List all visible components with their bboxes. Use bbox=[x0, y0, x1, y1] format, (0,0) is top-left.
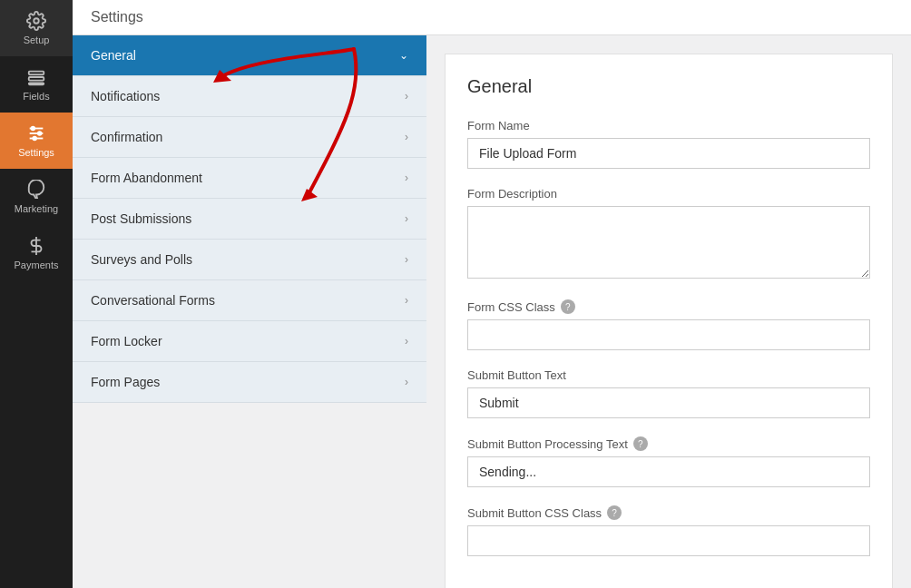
sidebar: Setup Fields Settings Marketing Paym bbox=[0, 0, 73, 588]
sidebar-item-setup[interactable]: Setup bbox=[0, 0, 73, 56]
nav-conversational-forms-label: Conversational Forms bbox=[91, 293, 215, 308]
submit-button-processing-label: Submit Button Processing Text ? bbox=[467, 436, 870, 451]
sidebar-setup-label: Setup bbox=[24, 34, 50, 45]
submit-button-text-group: Submit Button Text bbox=[467, 368, 870, 418]
submit-button-css-input[interactable] bbox=[467, 525, 870, 556]
svg-point-7 bbox=[32, 127, 35, 131]
settings-panel: General Form Name Form Description bbox=[426, 35, 911, 588]
page-header: Settings bbox=[73, 0, 911, 35]
sliders-icon bbox=[26, 123, 46, 143]
header-title: Settings bbox=[91, 9, 143, 24]
fields-icon bbox=[26, 67, 46, 87]
nav-confirmation-label: Confirmation bbox=[91, 130, 162, 144]
nav-item-form-abandonment[interactable]: Form Abandonment › bbox=[73, 158, 426, 199]
submit-processing-help-icon[interactable]: ? bbox=[633, 436, 648, 451]
svg-point-9 bbox=[33, 137, 36, 141]
chevron-right-icon: › bbox=[405, 294, 408, 307]
nav-post-submissions-label: Post Submissions bbox=[91, 211, 191, 226]
sidebar-marketing-label: Marketing bbox=[15, 203, 58, 214]
sidebar-item-payments[interactable]: Payments bbox=[0, 225, 73, 281]
sidebar-fields-label: Fields bbox=[23, 91, 49, 102]
form-css-class-label: Form CSS Class ? bbox=[467, 299, 870, 314]
nav-item-confirmation[interactable]: Confirmation › bbox=[73, 117, 426, 158]
gear-icon bbox=[26, 11, 46, 31]
svg-rect-2 bbox=[29, 77, 44, 81]
sidebar-payments-label: Payments bbox=[15, 260, 59, 270]
form-css-class-group: Form CSS Class ? bbox=[467, 299, 870, 350]
dollar-icon bbox=[26, 236, 46, 256]
nav-general-label: General bbox=[91, 48, 136, 63]
submit-button-css-group: Submit Button CSS Class ? bbox=[467, 505, 870, 556]
nav-notifications-label: Notifications bbox=[91, 89, 160, 103]
chevron-right-icon: › bbox=[405, 131, 408, 143]
nav-form-abandonment-label: Form Abandonment bbox=[91, 171, 202, 185]
chevron-right-icon: › bbox=[405, 90, 408, 103]
submit-button-text-label: Submit Button Text bbox=[467, 368, 870, 382]
main-content: Settings General ⌄ Notification bbox=[73, 0, 911, 588]
settings-card: General Form Name Form Description bbox=[445, 54, 893, 588]
submit-button-processing-input[interactable] bbox=[467, 456, 870, 487]
megaphone-icon bbox=[26, 180, 46, 200]
form-description-group: Form Description bbox=[467, 187, 870, 281]
submit-button-css-label: Submit Button CSS Class ? bbox=[467, 505, 870, 520]
nav-surveys-polls-label: Surveys and Polls bbox=[91, 252, 192, 267]
content-body: General ⌄ Notifications › Confirmation ›… bbox=[73, 35, 911, 588]
svg-point-0 bbox=[34, 18, 39, 24]
form-name-group: Form Name bbox=[467, 119, 870, 169]
nav-item-notifications[interactable]: Notifications › bbox=[73, 76, 426, 117]
chevron-right-icon: › bbox=[405, 172, 408, 184]
nav-item-form-locker[interactable]: Form Locker › bbox=[73, 321, 426, 362]
form-description-label: Form Description bbox=[467, 187, 870, 201]
sidebar-item-fields[interactable]: Fields bbox=[0, 56, 73, 113]
form-description-textarea[interactable] bbox=[467, 206, 870, 279]
sidebar-settings-label: Settings bbox=[18, 147, 54, 158]
settings-panel-title: General bbox=[467, 76, 870, 97]
nav-item-general[interactable]: General ⌄ bbox=[73, 35, 426, 76]
form-css-class-input[interactable] bbox=[467, 319, 870, 350]
nav-item-conversational-forms[interactable]: Conversational Forms › bbox=[73, 280, 426, 321]
form-name-input[interactable] bbox=[467, 138, 870, 169]
nav-item-surveys-polls[interactable]: Surveys and Polls › bbox=[73, 240, 426, 280]
nav-panel-wrapper: General ⌄ Notifications › Confirmation ›… bbox=[73, 35, 426, 588]
svg-rect-3 bbox=[29, 83, 44, 84]
svg-rect-1 bbox=[29, 72, 44, 75]
submit-css-help-icon[interactable]: ? bbox=[607, 505, 622, 520]
nav-panel: General ⌄ Notifications › Confirmation ›… bbox=[73, 35, 426, 403]
nav-item-post-submissions[interactable]: Post Submissions › bbox=[73, 199, 426, 240]
chevron-right-icon: › bbox=[405, 376, 408, 388]
nav-form-pages-label: Form Pages bbox=[91, 375, 160, 389]
chevron-right-icon: › bbox=[405, 335, 408, 348]
sidebar-item-marketing[interactable]: Marketing bbox=[0, 169, 73, 225]
svg-point-8 bbox=[38, 132, 42, 135]
form-css-class-help-icon[interactable]: ? bbox=[561, 299, 575, 314]
chevron-down-icon: ⌄ bbox=[399, 49, 408, 62]
nav-form-locker-label: Form Locker bbox=[91, 334, 162, 348]
form-name-label: Form Name bbox=[467, 119, 870, 132]
chevron-right-icon: › bbox=[405, 212, 408, 225]
sidebar-item-settings[interactable]: Settings bbox=[0, 113, 73, 169]
submit-button-processing-group: Submit Button Processing Text ? bbox=[467, 436, 870, 487]
submit-button-text-input[interactable] bbox=[467, 387, 870, 418]
nav-item-form-pages[interactable]: Form Pages › bbox=[73, 362, 426, 403]
chevron-right-icon: › bbox=[405, 253, 408, 266]
